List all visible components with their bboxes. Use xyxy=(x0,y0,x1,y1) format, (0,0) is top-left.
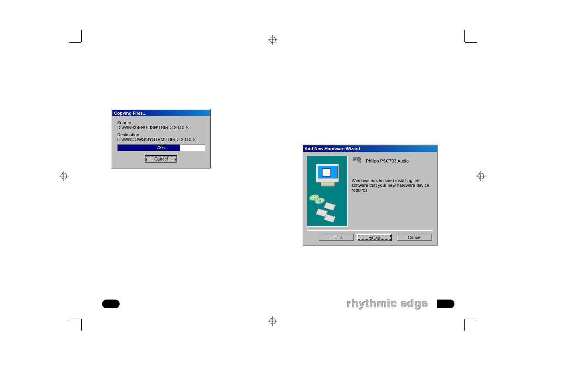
progress-percent: 72% xyxy=(118,145,205,151)
registration-mark xyxy=(476,171,486,181)
dialog-title: Copying Files... xyxy=(112,110,210,116)
svg-rect-4 xyxy=(358,161,360,163)
device-icon xyxy=(352,156,363,166)
cancel-button[interactable]: Cancel xyxy=(397,234,432,241)
add-new-hardware-wizard-dialog: Add New Hardware Wizard xyxy=(302,144,438,246)
crop-mark xyxy=(69,319,81,319)
wizard-body-text: Windows has finished installing the soft… xyxy=(352,178,433,192)
svg-point-3 xyxy=(358,157,361,161)
brand-logo-text: rhythmic edge xyxy=(347,297,428,310)
registration-mark xyxy=(268,316,277,326)
svg-rect-2 xyxy=(354,161,357,162)
crop-mark xyxy=(81,319,82,331)
crop-mark xyxy=(464,30,465,42)
source-value: D:\WIN9X\ENGLISH\TBIRD128.DLS xyxy=(117,125,205,130)
source-label: Source: xyxy=(117,120,205,125)
crop-mark xyxy=(465,42,477,43)
registration-mark xyxy=(268,35,277,45)
separator xyxy=(307,230,433,231)
destination-label: Destination: xyxy=(117,132,205,137)
copying-files-dialog: Copying Files... Source: D:\WIN9X\ENGLIS… xyxy=(111,109,211,168)
wizard-illustration xyxy=(307,156,348,227)
device-name: Philips PSC703 Audio xyxy=(366,159,409,163)
dialog-title: Add New Hardware Wizard xyxy=(303,145,437,152)
crop-mark xyxy=(69,42,81,43)
svg-rect-1 xyxy=(354,159,357,160)
registration-mark xyxy=(59,171,69,181)
page-tab-marker xyxy=(102,300,120,308)
back-button: < Back xyxy=(319,234,354,241)
finish-button[interactable]: Finish xyxy=(357,234,392,241)
page-tab-marker xyxy=(437,300,454,308)
crop-mark xyxy=(464,319,465,331)
cancel-button[interactable]: Cancel xyxy=(145,155,177,163)
destination-value: C:\WINDOWS\SYSTEM\TBIRD128.DLS xyxy=(117,137,205,142)
crop-mark xyxy=(465,319,477,319)
progress-bar: 72% xyxy=(117,144,205,151)
crop-mark xyxy=(81,30,82,42)
